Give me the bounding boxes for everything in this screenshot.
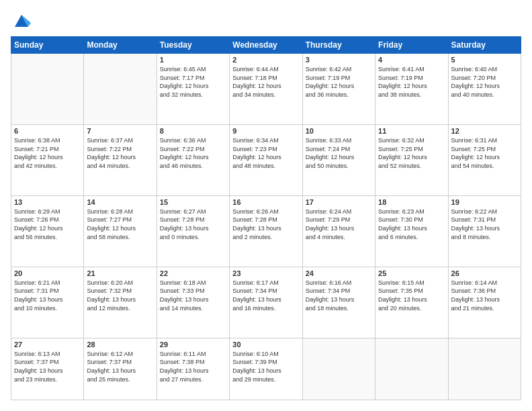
day-number: 8 [160, 127, 226, 135]
day-info: Sunrise: 6:44 AM Sunset: 7:18 PM Dayligh… [232, 65, 299, 99]
calendar-cell: 23Sunrise: 6:17 AM Sunset: 7:34 PM Dayli… [230, 267, 302, 338]
day-info: Sunrise: 6:28 AM Sunset: 7:27 PM Dayligh… [87, 208, 153, 241]
weekday-header-saturday: Saturday [448, 37, 521, 54]
day-info: Sunrise: 6:37 AM Sunset: 7:22 PM Dayligh… [87, 136, 153, 170]
calendar-week-row: 1Sunrise: 6:45 AM Sunset: 7:17 PM Daylig… [11, 54, 521, 125]
day-info: Sunrise: 6:45 AM Sunset: 7:17 PM Dayligh… [160, 65, 226, 99]
day-number: 16 [232, 198, 299, 206]
day-info: Sunrise: 6:38 AM Sunset: 7:21 PM Dayligh… [14, 136, 81, 170]
day-number: 25 [378, 269, 445, 277]
day-info: Sunrise: 6:15 AM Sunset: 7:35 PM Dayligh… [378, 279, 445, 312]
day-info: Sunrise: 6:36 AM Sunset: 7:22 PM Dayligh… [160, 136, 226, 170]
day-info: Sunrise: 6:14 AM Sunset: 7:36 PM Dayligh… [451, 279, 518, 312]
calendar-cell: 8Sunrise: 6:36 AM Sunset: 7:22 PM Daylig… [157, 124, 229, 195]
page: SundayMondayTuesdayWednesdayThursdayFrid… [0, 0, 532, 411]
calendar-cell: 11Sunrise: 6:32 AM Sunset: 7:25 PM Dayli… [375, 124, 448, 195]
day-number: 14 [87, 198, 153, 206]
calendar-cell [11, 54, 84, 125]
calendar-cell [375, 338, 448, 400]
day-number: 27 [14, 340, 81, 349]
day-info: Sunrise: 6:31 AM Sunset: 7:25 PM Dayligh… [451, 136, 518, 170]
header [11, 11, 521, 30]
day-info: Sunrise: 6:10 AM Sunset: 7:39 PM Dayligh… [232, 350, 299, 383]
calendar-cell: 10Sunrise: 6:33 AM Sunset: 7:24 PM Dayli… [302, 124, 375, 195]
calendar-cell [302, 338, 375, 400]
calendar-cell: 19Sunrise: 6:22 AM Sunset: 7:31 PM Dayli… [448, 195, 521, 267]
calendar-cell: 18Sunrise: 6:23 AM Sunset: 7:30 PM Dayli… [375, 195, 448, 267]
day-info: Sunrise: 6:42 AM Sunset: 7:19 PM Dayligh… [306, 65, 372, 99]
calendar-cell: 17Sunrise: 6:24 AM Sunset: 7:29 PM Dayli… [302, 195, 375, 267]
weekday-header-monday: Monday [84, 37, 157, 54]
weekday-header-wednesday: Wednesday [230, 37, 302, 54]
calendar-cell: 29Sunrise: 6:11 AM Sunset: 7:38 PM Dayli… [157, 338, 229, 400]
calendar-week-row: 6Sunrise: 6:38 AM Sunset: 7:21 PM Daylig… [11, 124, 521, 195]
day-number: 19 [451, 198, 518, 206]
day-number: 15 [160, 198, 226, 206]
day-number: 13 [14, 198, 81, 206]
day-info: Sunrise: 6:23 AM Sunset: 7:30 PM Dayligh… [378, 208, 445, 241]
day-number: 10 [306, 127, 372, 135]
weekday-header-row: SundayMondayTuesdayWednesdayThursdayFrid… [11, 37, 521, 54]
day-info: Sunrise: 6:17 AM Sunset: 7:34 PM Dayligh… [232, 279, 299, 312]
logo [11, 11, 31, 30]
calendar-cell: 1Sunrise: 6:45 AM Sunset: 7:17 PM Daylig… [157, 54, 229, 125]
day-number: 22 [160, 269, 226, 277]
day-info: Sunrise: 6:41 AM Sunset: 7:19 PM Dayligh… [378, 65, 445, 99]
weekday-header-thursday: Thursday [302, 37, 375, 54]
calendar-cell: 2Sunrise: 6:44 AM Sunset: 7:18 PM Daylig… [230, 54, 302, 125]
day-number: 28 [87, 340, 153, 349]
calendar-cell [448, 338, 521, 400]
calendar-cell: 12Sunrise: 6:31 AM Sunset: 7:25 PM Dayli… [448, 124, 521, 195]
day-number: 6 [14, 127, 81, 135]
day-number: 1 [160, 56, 226, 64]
calendar-cell [84, 54, 157, 125]
day-number: 18 [378, 198, 445, 206]
day-number: 17 [306, 198, 372, 206]
weekday-header-tuesday: Tuesday [157, 37, 229, 54]
day-number: 23 [232, 269, 299, 277]
day-info: Sunrise: 6:26 AM Sunset: 7:28 PM Dayligh… [232, 208, 299, 241]
day-info: Sunrise: 6:13 AM Sunset: 7:37 PM Dayligh… [14, 350, 81, 383]
calendar-table: SundayMondayTuesdayWednesdayThursdayFrid… [11, 36, 521, 400]
calendar-cell: 3Sunrise: 6:42 AM Sunset: 7:19 PM Daylig… [302, 54, 375, 125]
day-info: Sunrise: 6:24 AM Sunset: 7:29 PM Dayligh… [306, 208, 372, 241]
day-info: Sunrise: 6:22 AM Sunset: 7:31 PM Dayligh… [451, 208, 518, 241]
day-number: 11 [378, 127, 445, 135]
day-number: 12 [451, 127, 518, 135]
calendar-cell: 4Sunrise: 6:41 AM Sunset: 7:19 PM Daylig… [375, 54, 448, 125]
day-info: Sunrise: 6:21 AM Sunset: 7:31 PM Dayligh… [14, 279, 81, 312]
calendar-cell: 25Sunrise: 6:15 AM Sunset: 7:35 PM Dayli… [375, 267, 448, 338]
day-info: Sunrise: 6:29 AM Sunset: 7:26 PM Dayligh… [14, 208, 81, 241]
day-number: 5 [451, 56, 518, 64]
day-info: Sunrise: 6:32 AM Sunset: 7:25 PM Dayligh… [378, 136, 445, 170]
day-info: Sunrise: 6:16 AM Sunset: 7:34 PM Dayligh… [306, 279, 372, 312]
weekday-header-sunday: Sunday [11, 37, 84, 54]
calendar-cell: 30Sunrise: 6:10 AM Sunset: 7:39 PM Dayli… [230, 338, 302, 400]
calendar-cell: 7Sunrise: 6:37 AM Sunset: 7:22 PM Daylig… [84, 124, 157, 195]
calendar-cell: 22Sunrise: 6:18 AM Sunset: 7:33 PM Dayli… [157, 267, 229, 338]
day-number: 26 [451, 269, 518, 277]
day-number: 30 [232, 340, 299, 349]
calendar-cell: 27Sunrise: 6:13 AM Sunset: 7:37 PM Dayli… [11, 338, 84, 400]
day-info: Sunrise: 6:33 AM Sunset: 7:24 PM Dayligh… [306, 136, 372, 170]
day-number: 3 [306, 56, 372, 64]
day-info: Sunrise: 6:34 AM Sunset: 7:23 PM Dayligh… [232, 136, 299, 170]
day-info: Sunrise: 6:20 AM Sunset: 7:32 PM Dayligh… [87, 279, 153, 312]
calendar-cell: 24Sunrise: 6:16 AM Sunset: 7:34 PM Dayli… [302, 267, 375, 338]
calendar-week-row: 27Sunrise: 6:13 AM Sunset: 7:37 PM Dayli… [11, 338, 521, 400]
calendar-week-row: 13Sunrise: 6:29 AM Sunset: 7:26 PM Dayli… [11, 195, 521, 267]
day-info: Sunrise: 6:40 AM Sunset: 7:20 PM Dayligh… [451, 65, 518, 99]
day-info: Sunrise: 6:18 AM Sunset: 7:33 PM Dayligh… [160, 279, 226, 312]
day-info: Sunrise: 6:12 AM Sunset: 7:37 PM Dayligh… [87, 350, 153, 383]
calendar-cell: 26Sunrise: 6:14 AM Sunset: 7:36 PM Dayli… [448, 267, 521, 338]
calendar-week-row: 20Sunrise: 6:21 AM Sunset: 7:31 PM Dayli… [11, 267, 521, 338]
calendar-cell: 16Sunrise: 6:26 AM Sunset: 7:28 PM Dayli… [230, 195, 302, 267]
day-number: 2 [232, 56, 299, 64]
calendar-cell: 21Sunrise: 6:20 AM Sunset: 7:32 PM Dayli… [84, 267, 157, 338]
day-number: 29 [160, 340, 226, 349]
day-number: 4 [378, 56, 445, 64]
calendar-cell: 13Sunrise: 6:29 AM Sunset: 7:26 PM Dayli… [11, 195, 84, 267]
calendar-cell: 5Sunrise: 6:40 AM Sunset: 7:20 PM Daylig… [448, 54, 521, 125]
calendar-cell: 6Sunrise: 6:38 AM Sunset: 7:21 PM Daylig… [11, 124, 84, 195]
calendar-cell: 28Sunrise: 6:12 AM Sunset: 7:37 PM Dayli… [84, 338, 157, 400]
